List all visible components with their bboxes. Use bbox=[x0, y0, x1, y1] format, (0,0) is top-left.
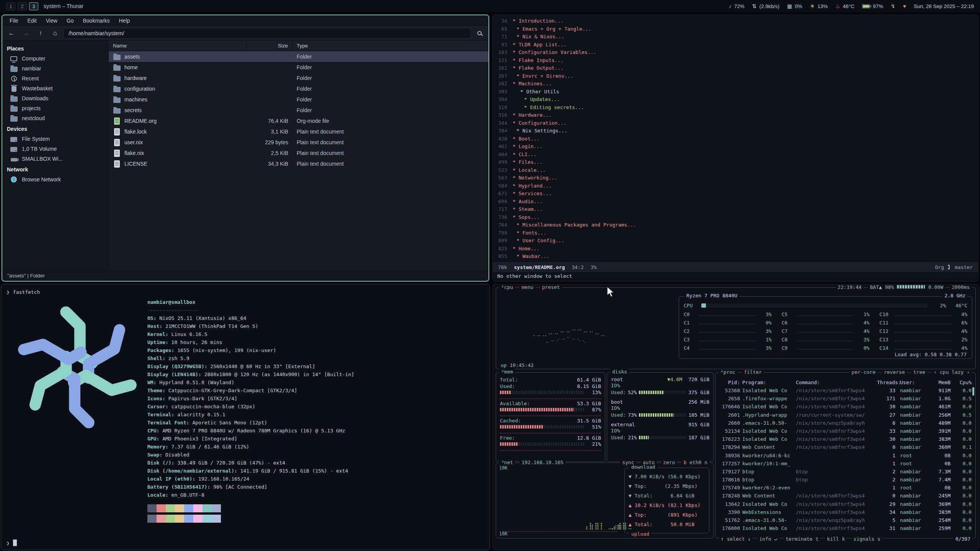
menu-help[interactable]: Help bbox=[115, 16, 134, 25]
workspace-button-2[interactable]: 2 bbox=[18, 2, 27, 10]
column-header-size[interactable]: Size bbox=[247, 41, 292, 51]
net-download-line: ▼ Total: 6.64 GiB bbox=[629, 491, 705, 500]
core-label: C8 bbox=[782, 337, 795, 342]
file-row-license[interactable]: LICENSE34,3 KiBPlain text document bbox=[109, 158, 488, 169]
proc-col-program[interactable]: Program: bbox=[742, 379, 796, 386]
terminal-window[interactable]: ❯fastfetch nambiar@smallbox-------------… bbox=[1, 284, 490, 550]
sidebar-item-file-system[interactable]: File System bbox=[2, 134, 109, 144]
module-brightness[interactable]: ☀13% bbox=[810, 3, 828, 9]
process-row-178248[interactable]: 178248Web Content/nix/store/sm8fnrf3wps4… bbox=[719, 492, 972, 500]
net-button-b-eth0-n[interactable]: b eth0 n bbox=[681, 460, 709, 465]
menu-bookmarks[interactable]: Bookmarks bbox=[78, 16, 114, 25]
battery-label: BAT▲ bbox=[870, 284, 882, 290]
sidebar-item-downloads[interactable]: Downloads bbox=[2, 93, 109, 103]
process-row-3390[interactable]: 3390WebExtensions/nix/store/sm8fnrf3wps4… bbox=[719, 508, 972, 516]
process-row-2660[interactable]: 2660.emacs-31.0.50-/nix/store/wnqz5pa8ra… bbox=[719, 419, 972, 427]
line-number: 310 bbox=[493, 104, 513, 112]
sidebar-item-nextcloud[interactable]: nextcloud bbox=[2, 113, 109, 123]
file-row-secrets[interactable]: secretsFolder bbox=[109, 105, 488, 116]
process-row-2658[interactable]: 2658.firefox-wrappe/nix/store/sm8fnrf3wp… bbox=[719, 395, 972, 403]
file-row-home[interactable]: homeFolder bbox=[109, 62, 488, 73]
menu-go[interactable]: Go bbox=[62, 16, 78, 25]
sidebar-item-recent[interactable]: Recent bbox=[2, 73, 109, 83]
proc-col-cpu[interactable]: Cpu% bbox=[951, 379, 972, 386]
module-battery[interactable]: 97% bbox=[862, 3, 883, 9]
module-cpu[interactable]: ▦0% bbox=[787, 3, 802, 9]
process-row-175749[interactable]: 175749kworker/6:2-even1root0B0.0 bbox=[719, 484, 972, 492]
sidebar-item-browse-network[interactable]: Browse Network bbox=[2, 174, 109, 184]
module-network[interactable]: ⇅(2.9kb/s) bbox=[752, 3, 779, 9]
file-row-flake-nix[interactable]: flake.nix2,5 KiBPlain text document bbox=[109, 148, 488, 158]
process-row-176000[interactable]: 176000Isolated Web Co/nix/store/sm8fnrf3… bbox=[719, 524, 972, 532]
process-row-176223[interactable]: 176223Isolated Web Co/nix/store/sm8fnrf3… bbox=[719, 435, 972, 443]
process-row-176646[interactable]: 176646Isolated Web Co/nix/store/sm8fnrf3… bbox=[719, 403, 972, 411]
up-button[interactable]: ↑ bbox=[34, 28, 47, 39]
org-heading-line: 671* Services... bbox=[493, 190, 978, 198]
back-button[interactable]: ← bbox=[5, 28, 18, 39]
process-row-52134[interactable]: 52134Isolated Web Co/nix/store/sm8fnrf3w… bbox=[719, 427, 972, 435]
proc-hint-select[interactable]: ↑ select ↓ bbox=[719, 536, 752, 542]
path-bar[interactable]: /home/nambiar/system/ bbox=[64, 28, 471, 39]
sidebar-item-computer[interactable]: Computer bbox=[2, 54, 109, 64]
process-row-179127[interactable]: 179127btopbtop2nambiar7.3M0.0 bbox=[719, 468, 972, 476]
proc-option-reverse[interactable]: reverse bbox=[882, 369, 907, 375]
preset-button[interactable]: preset bbox=[540, 284, 562, 290]
process-row-178294[interactable]: 178294Web Content/nix/store/sm8fnrf3wps4… bbox=[719, 443, 972, 451]
file-row-flake-lock[interactable]: flake.lock3,1 KiBPlain text document bbox=[109, 126, 488, 137]
file-row-user-nix[interactable]: user.nix229 bytesPlain text document bbox=[109, 137, 488, 148]
proc-scrollbar[interactable] bbox=[972, 387, 974, 396]
column-header-type[interactable]: Type bbox=[292, 41, 488, 51]
sidebar-item-projects[interactable]: projects bbox=[2, 103, 109, 113]
module-temperature[interactable]: ♨46°C bbox=[835, 3, 854, 9]
proc-hint-info[interactable]: info ↵ bbox=[758, 536, 779, 542]
sidebar-item-smallbox-wi[interactable]: SMALLBOX Wi... bbox=[2, 154, 109, 164]
process-row-2601[interactable]: 2601.Hyprland-wrapp/run/current-system/s… bbox=[719, 411, 972, 419]
proc-col-user[interactable]: User: bbox=[898, 379, 929, 386]
proc-option-per-core[interactable]: per-core bbox=[849, 369, 877, 375]
update-interval[interactable]: 2000ms bbox=[950, 284, 972, 290]
proc-col-threads[interactable]: Threads: bbox=[877, 379, 898, 386]
proc-option-tree[interactable]: tree bbox=[911, 369, 927, 375]
search-button[interactable] bbox=[473, 28, 485, 39]
menu-file[interactable]: File bbox=[5, 16, 23, 25]
workspace-button-3[interactable]: 3 bbox=[29, 2, 38, 10]
file-row-readme-org[interactable]: README.org76,4 KiBOrg-mode file bbox=[109, 116, 488, 126]
sidebar-item-wastebasket[interactable]: Wastebasket bbox=[2, 83, 109, 93]
fastfetch-line: Disk (/): 338.49 GiB / 720.20 GiB (47%) … bbox=[147, 459, 484, 467]
shell-prompt[interactable]: ❯ bbox=[7, 540, 17, 546]
process-row-51762[interactable]: 51762.emacs-31.0.50-/nix/store/wnqz5pa8r… bbox=[719, 516, 972, 524]
file-row-hardware[interactable]: hardwareFolder bbox=[109, 73, 488, 83]
column-header-name[interactable]: Name bbox=[109, 41, 247, 51]
proc-col-pid[interactable]: Pid: bbox=[719, 379, 742, 386]
process-row-13642[interactable]: 13642Isolated Web Co/nix/store/sm8fnrf3w… bbox=[719, 500, 972, 508]
forward-button[interactable]: → bbox=[20, 28, 32, 39]
file-row-assets[interactable]: assetsFolder bbox=[109, 51, 488, 62]
shell-command-line: ❯fastfetch bbox=[7, 288, 484, 297]
menu-edit[interactable]: Edit bbox=[23, 16, 41, 25]
proc-hint-terminate-t[interactable]: terminate t bbox=[784, 536, 820, 542]
home-button[interactable]: ⌂ bbox=[49, 28, 61, 39]
module-volume[interactable]: ♪72% bbox=[729, 3, 745, 9]
file-row-machines[interactable]: machinesFolder bbox=[109, 94, 488, 105]
process-row-178616[interactable]: 178616btopbtop2nambiar7.4M0.0 bbox=[719, 476, 972, 484]
workspace-button-1[interactable]: 1 bbox=[6, 2, 15, 10]
process-row-52368[interactable]: 52368Isolated Web Co/nix/store/sm8fnrf3w… bbox=[719, 386, 972, 395]
proc-hint-signals-s[interactable]: signals s bbox=[852, 536, 882, 542]
process-row-177257[interactable]: 177257kworker/10:1-mm_1root0B0.0 bbox=[719, 460, 972, 468]
proc-col-memb[interactable]: MemB bbox=[929, 379, 951, 386]
sidebar-item-nambiar[interactable]: nambiar bbox=[2, 64, 109, 73]
file-row-configuration[interactable]: configurationFolder bbox=[109, 83, 488, 94]
module-charging[interactable]: ↯ bbox=[891, 3, 895, 9]
menu-button[interactable]: menu bbox=[519, 284, 535, 290]
menu-view[interactable]: View bbox=[42, 16, 62, 25]
proc-hint-kill-k[interactable]: kill k bbox=[825, 536, 846, 542]
filter-button[interactable]: filter bbox=[742, 369, 764, 375]
clock-module[interactable]: Sun, 28 Sep 2025 – 22:19 bbox=[914, 3, 974, 9]
proc-sort[interactable]: ‹ cpu lazy › bbox=[932, 369, 972, 375]
process-row-38936[interactable]: 38936kworker/u64:6-kc1root0B0.0 bbox=[719, 452, 972, 460]
module-heart[interactable]: ♥ bbox=[903, 3, 906, 9]
net-button-zero[interactable]: zero bbox=[661, 460, 677, 465]
proc-col-command[interactable]: Command: bbox=[796, 379, 877, 386]
sidebar-item-1-0-tb-volume[interactable]: 1,0 TB Volume bbox=[2, 144, 109, 154]
emacs-buffer[interactable]: 34* Introduction...65* Emacs + Org + Tan… bbox=[493, 15, 978, 262]
